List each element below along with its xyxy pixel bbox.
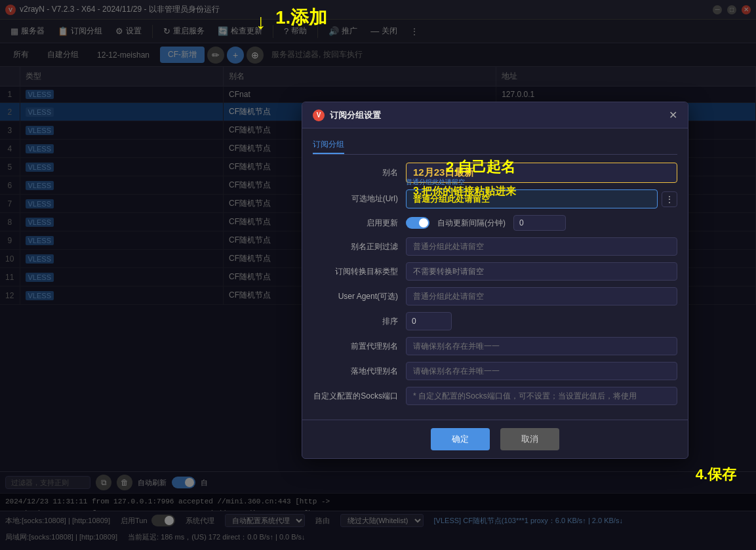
form-row-post-proxy: 落地代理别名 (313, 362, 677, 380)
url-more-button[interactable]: ⋮ (662, 191, 677, 207)
alias-filter-input[interactable] (406, 237, 677, 256)
convert-label: 订阅转换目标类型 (313, 266, 398, 277)
form-row-socks-port: 自定义配置的Socks端口 (313, 387, 677, 405)
prev-proxy-input[interactable] (406, 337, 677, 355)
form-row-convert: 订阅转换目标类型 不需要转换时请留空 (313, 262, 677, 281)
modal-header: V 订阅分组设置 ✕ (302, 102, 688, 128)
modal-title: 订阅分组设置 (330, 109, 381, 121)
modal-footer: 确定 取消 (302, 420, 688, 458)
form-row-useragent: User Agent(可选) (313, 287, 677, 305)
useragent-label: User Agent(可选) (313, 291, 398, 302)
form-row-sort: 排序 (313, 312, 677, 330)
form-row-autoupdate: 启用更新 自动更新间隔(分钟) (313, 215, 677, 231)
modal-close-button[interactable]: ✕ (669, 109, 677, 121)
url-hint: 普通分组此处请留空 (406, 178, 465, 187)
modal-sub-tabs: 订阅分组 (313, 136, 677, 155)
autoupdate-label: 启用更新 (313, 218, 398, 229)
sort-input[interactable] (406, 312, 452, 330)
modal-tab-subscription[interactable]: 订阅分组 (313, 136, 344, 154)
subscription-settings-modal: V 订阅分组设置 ✕ 订阅分组 别名 可选地址(Url) 普通分组此处请留空 ⋮ (302, 102, 688, 459)
confirm-button[interactable]: 确定 (431, 428, 490, 450)
prev-proxy-label: 前置代理别名 (313, 341, 398, 352)
url-label: 可选地址(Url) (313, 193, 398, 205)
form-row-alias-filter: 别名正则过滤 (313, 237, 677, 256)
interval-input[interactable] (513, 215, 566, 231)
post-proxy-input[interactable] (406, 362, 677, 380)
form-row-url: 可选地址(Url) 普通分组此处请留空 ⋮ (313, 189, 677, 208)
sort-label: 排序 (313, 316, 398, 327)
alias-label: 别名 (313, 167, 398, 178)
url-input[interactable] (406, 189, 658, 208)
toggle-row: 自动更新间隔(分钟) (406, 215, 566, 231)
cancel-button[interactable]: 取消 (500, 428, 559, 450)
alias-filter-label: 别名正则过滤 (313, 241, 398, 252)
interval-label: 自动更新间隔(分钟) (437, 218, 506, 229)
modal-logo: V (313, 109, 325, 121)
form-row-alias: 别名 (313, 163, 677, 183)
autoupdate-toggle[interactable] (406, 217, 429, 229)
useragent-input[interactable] (406, 287, 677, 305)
socks-port-label: 自定义配置的Socks端口 (313, 391, 398, 402)
post-proxy-label: 落地代理别名 (313, 366, 398, 377)
socks-port-input[interactable] (406, 387, 677, 405)
modal-body: 订阅分组 别名 可选地址(Url) 普通分组此处请留空 ⋮ 启用更新 自动更新间… (302, 128, 688, 420)
convert-select[interactable]: 不需要转换时请留空 (406, 262, 677, 281)
form-row-prev-proxy: 前置代理别名 (313, 337, 677, 355)
